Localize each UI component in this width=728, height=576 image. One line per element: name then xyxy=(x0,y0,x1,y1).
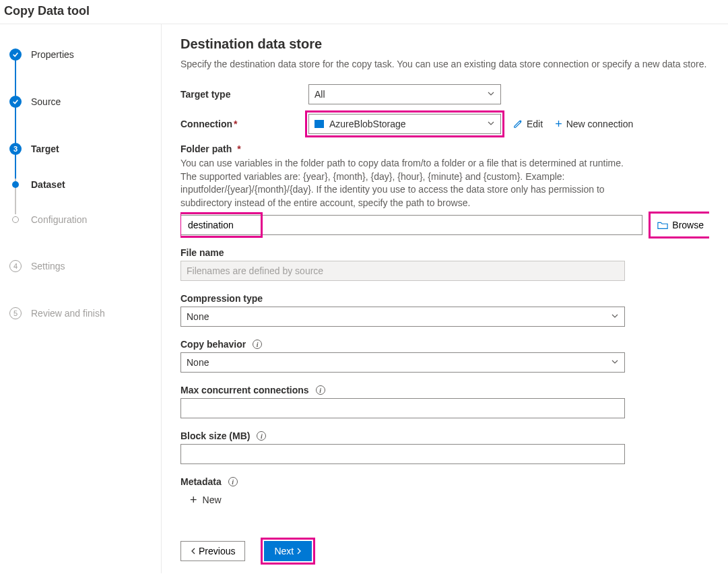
step-settings[interactable]: 4 Settings xyxy=(0,253,161,279)
connection-label: Connection* xyxy=(180,119,308,129)
step-label: Settings xyxy=(31,261,65,271)
substep-label: Configuration xyxy=(31,214,87,225)
compression-value: None xyxy=(187,311,209,322)
step-label: Properties xyxy=(31,49,74,60)
filename-input: Filenames are defined by source xyxy=(180,261,625,281)
previous-label: Previous xyxy=(199,546,235,556)
required-asterisk: * xyxy=(237,143,240,154)
copy-behavior-select[interactable]: None xyxy=(180,352,625,373)
step-label: Target xyxy=(31,143,59,154)
substep-dataset[interactable]: Dataset xyxy=(0,172,161,197)
max-conn-input[interactable] xyxy=(187,399,619,417)
step-properties[interactable]: Properties xyxy=(0,42,161,67)
step-label: Source xyxy=(31,96,61,107)
chevron-down-icon xyxy=(611,311,619,322)
step-number-icon: 3 xyxy=(9,143,22,155)
plus-icon: + xyxy=(190,494,197,506)
step-source[interactable]: Source xyxy=(0,89,161,115)
step-target[interactable]: 3 Target xyxy=(0,136,161,162)
target-type-label: Target type xyxy=(180,89,308,100)
new-connection-button[interactable]: + New connection xyxy=(555,118,633,130)
edit-label: Edit xyxy=(527,119,543,129)
storage-icon xyxy=(315,120,324,128)
compression-label: Compression type xyxy=(180,293,263,304)
filename-label: File name xyxy=(180,247,224,258)
block-size-label: Block size (MB) xyxy=(180,430,250,441)
next-label: Next xyxy=(274,546,294,556)
info-icon[interactable]: i xyxy=(316,385,325,395)
info-icon[interactable]: i xyxy=(257,431,266,441)
chevron-right-icon xyxy=(296,548,302,554)
substep-label: Dataset xyxy=(31,179,65,190)
folder-icon xyxy=(657,220,668,230)
chevron-down-icon xyxy=(487,119,495,129)
metadata-label: Metadata xyxy=(180,476,222,487)
compression-select[interactable]: None xyxy=(180,307,625,327)
check-icon xyxy=(9,96,22,108)
target-type-select[interactable]: All xyxy=(308,84,501,104)
substep-dot-icon xyxy=(12,181,19,188)
max-conn-label: Max concurrent connections xyxy=(180,385,309,395)
wizard-sidebar: Properties Source 3 Target Dataset Confi… xyxy=(0,24,162,573)
folder-path-input[interactable] xyxy=(187,216,636,234)
filename-placeholder: Filenames are defined by source xyxy=(187,265,323,276)
app-title: Copy Data tool xyxy=(0,0,728,24)
browse-label: Browse xyxy=(672,220,704,230)
block-size-input-wrap xyxy=(180,444,625,464)
step-label: Review and finish xyxy=(31,308,105,319)
substep-configuration[interactable]: Configuration xyxy=(0,207,161,232)
new-connection-label: New connection xyxy=(566,119,634,129)
check-icon xyxy=(9,49,22,61)
main-panel: Destination data store Specify the desti… xyxy=(162,24,728,573)
wizard-footer: Previous Next xyxy=(180,530,709,573)
folder-path-help: You can use variables in the folder path… xyxy=(180,157,625,210)
chevron-down-icon xyxy=(611,357,619,368)
folder-path-input-wrap xyxy=(180,215,642,235)
metadata-new-button[interactable]: + New xyxy=(190,494,222,506)
info-icon[interactable]: i xyxy=(253,340,262,349)
target-type-value: All xyxy=(315,89,325,100)
substep-dot-icon xyxy=(12,216,19,223)
page-description: Specify the destination data store for t… xyxy=(180,59,709,69)
connection-select[interactable]: AzureBlobStorage xyxy=(308,114,501,134)
step-review-finish[interactable]: 5 Review and finish xyxy=(0,300,161,326)
max-conn-input-wrap xyxy=(180,398,625,418)
step-number-icon: 5 xyxy=(9,307,22,319)
step-number-icon: 4 xyxy=(9,260,22,272)
previous-button[interactable]: Previous xyxy=(180,541,245,561)
step-connector-line xyxy=(15,59,16,214)
info-icon[interactable]: i xyxy=(228,477,238,486)
edit-connection-button[interactable]: Edit xyxy=(513,119,543,129)
copy-behavior-value: None xyxy=(187,357,209,368)
folder-path-label: Folder path xyxy=(180,143,232,154)
required-asterisk: * xyxy=(234,119,237,129)
browse-button[interactable]: Browse xyxy=(652,215,709,235)
chevron-left-icon xyxy=(191,548,196,554)
plus-icon: + xyxy=(555,118,562,130)
connection-value: AzureBlobStorage xyxy=(329,119,406,129)
metadata-new-label: New xyxy=(203,494,222,505)
chevron-down-icon xyxy=(487,89,495,100)
pencil-icon xyxy=(513,119,523,129)
next-button[interactable]: Next xyxy=(264,541,312,561)
block-size-input[interactable] xyxy=(187,445,619,463)
copy-behavior-label: Copy behavior xyxy=(180,339,246,350)
page-title: Destination data store xyxy=(180,36,709,52)
